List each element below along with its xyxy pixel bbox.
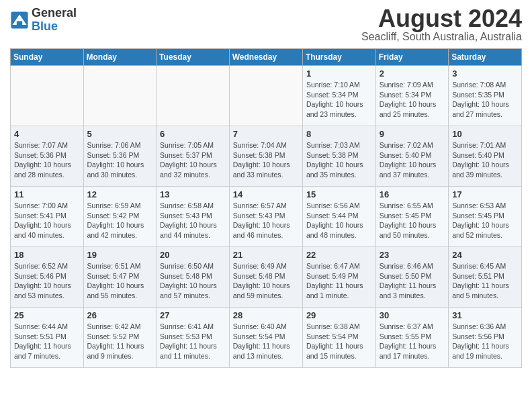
day-number: 7 [233, 129, 299, 139]
calendar-cell: 30Sunrise: 6:37 AM Sunset: 5:55 PM Dayli… [375, 308, 449, 368]
day-number: 31 [452, 310, 518, 320]
day-number: 26 [87, 310, 153, 320]
calendar-cell: 1Sunrise: 7:10 AM Sunset: 5:34 PM Daylig… [302, 66, 375, 126]
calendar-cell: 25Sunrise: 6:44 AM Sunset: 5:51 PM Dayli… [11, 308, 84, 368]
day-number: 29 [306, 310, 372, 320]
calendar-week-4: 25Sunrise: 6:44 AM Sunset: 5:51 PM Dayli… [11, 308, 522, 368]
calendar-cell: 14Sunrise: 6:57 AM Sunset: 5:43 PM Dayli… [229, 187, 302, 247]
calendar-cell: 20Sunrise: 6:50 AM Sunset: 5:48 PM Dayli… [157, 247, 230, 308]
calendar-cell: 22Sunrise: 6:47 AM Sunset: 5:49 PM Dayli… [302, 247, 375, 308]
day-info: Sunrise: 7:05 AM Sunset: 5:37 PM Dayligh… [160, 140, 226, 180]
day-number: 19 [87, 250, 153, 260]
calendar-cell: 24Sunrise: 6:45 AM Sunset: 5:51 PM Dayli… [449, 247, 522, 308]
day-number: 14 [233, 189, 299, 199]
day-number: 6 [160, 129, 226, 139]
day-info: Sunrise: 6:38 AM Sunset: 5:54 PM Dayligh… [306, 322, 372, 361]
day-info: Sunrise: 7:02 AM Sunset: 5:40 PM Dayligh… [380, 140, 445, 180]
logo-general: General [32, 7, 77, 20]
calendar-cell [229, 66, 302, 126]
calendar-cell: 21Sunrise: 6:49 AM Sunset: 5:48 PM Dayli… [229, 247, 302, 308]
day-info: Sunrise: 6:37 AM Sunset: 5:55 PM Dayligh… [380, 322, 445, 361]
page-subtitle: Seacliff, South Australia, Australia [361, 31, 522, 43]
header-friday: Friday [375, 49, 449, 66]
calendar-cell: 7Sunrise: 7:04 AM Sunset: 5:38 PM Daylig… [229, 126, 302, 187]
header-sunday: Sunday [11, 49, 84, 66]
day-number: 17 [452, 189, 518, 199]
calendar-cell: 17Sunrise: 6:53 AM Sunset: 5:45 PM Dayli… [449, 187, 522, 247]
header-monday: Monday [83, 49, 157, 66]
calendar-cell: 4Sunrise: 7:07 AM Sunset: 5:36 PM Daylig… [11, 126, 84, 187]
day-info: Sunrise: 7:01 AM Sunset: 5:40 PM Dayligh… [452, 140, 518, 180]
calendar-cell [157, 66, 230, 126]
calendar-cell: 15Sunrise: 6:56 AM Sunset: 5:44 PM Dayli… [302, 187, 375, 247]
calendar-week-3: 18Sunrise: 6:52 AM Sunset: 5:46 PM Dayli… [11, 247, 522, 308]
day-number: 20 [160, 250, 226, 260]
page-title: August 2024 [361, 7, 522, 31]
calendar-cell [11, 66, 84, 126]
day-number: 5 [87, 129, 153, 139]
day-number: 1 [306, 68, 372, 79]
day-number: 16 [380, 189, 445, 199]
day-info: Sunrise: 7:03 AM Sunset: 5:38 PM Dayligh… [306, 140, 372, 180]
calendar-cell [83, 66, 157, 126]
calendar-cell: 12Sunrise: 6:59 AM Sunset: 5:42 PM Dayli… [83, 187, 157, 247]
calendar-cell: 6Sunrise: 7:05 AM Sunset: 5:37 PM Daylig… [157, 126, 230, 187]
svg-rect-2 [17, 21, 22, 26]
day-number: 22 [306, 250, 372, 260]
calendar-cell: 23Sunrise: 6:46 AM Sunset: 5:50 PM Dayli… [375, 247, 449, 308]
calendar-cell: 26Sunrise: 6:42 AM Sunset: 5:52 PM Dayli… [83, 308, 157, 368]
day-info: Sunrise: 6:45 AM Sunset: 5:51 PM Dayligh… [452, 261, 518, 301]
header: General Blue August 2024 Seacliff, South… [10, 7, 522, 43]
calendar-cell: 3Sunrise: 7:08 AM Sunset: 5:35 PM Daylig… [449, 66, 522, 126]
day-info: Sunrise: 7:09 AM Sunset: 5:34 PM Dayligh… [380, 80, 445, 120]
calendar-cell: 9Sunrise: 7:02 AM Sunset: 5:40 PM Daylig… [375, 126, 449, 187]
calendar-cell: 19Sunrise: 6:51 AM Sunset: 5:47 PM Dayli… [83, 247, 157, 308]
day-number: 25 [14, 310, 80, 320]
day-number: 11 [14, 189, 80, 199]
header-saturday: Saturday [449, 49, 522, 66]
day-number: 3 [452, 68, 518, 79]
day-number: 10 [452, 129, 518, 139]
calendar-week-0: 1Sunrise: 7:10 AM Sunset: 5:34 PM Daylig… [11, 66, 522, 126]
day-info: Sunrise: 6:49 AM Sunset: 5:48 PM Dayligh… [233, 261, 299, 301]
day-info: Sunrise: 6:56 AM Sunset: 5:44 PM Dayligh… [306, 201, 372, 240]
calendar-cell: 11Sunrise: 7:00 AM Sunset: 5:41 PM Dayli… [11, 187, 84, 247]
calendar-week-1: 4Sunrise: 7:07 AM Sunset: 5:36 PM Daylig… [11, 126, 522, 187]
day-number: 24 [452, 250, 518, 260]
logo-blue: Blue [32, 20, 77, 34]
day-info: Sunrise: 7:07 AM Sunset: 5:36 PM Dayligh… [14, 140, 80, 180]
day-number: 4 [14, 129, 80, 139]
calendar-cell: 27Sunrise: 6:41 AM Sunset: 5:53 PM Dayli… [157, 308, 230, 368]
header-tuesday: Tuesday [157, 49, 230, 66]
calendar-cell: 8Sunrise: 7:03 AM Sunset: 5:38 PM Daylig… [302, 126, 375, 187]
day-number: 9 [380, 129, 445, 139]
calendar-cell: 18Sunrise: 6:52 AM Sunset: 5:46 PM Dayli… [11, 247, 84, 308]
day-info: Sunrise: 6:41 AM Sunset: 5:53 PM Dayligh… [160, 322, 226, 361]
day-info: Sunrise: 6:50 AM Sunset: 5:48 PM Dayligh… [160, 261, 226, 301]
day-info: Sunrise: 7:00 AM Sunset: 5:41 PM Dayligh… [14, 201, 80, 240]
header-wednesday: Wednesday [229, 49, 302, 66]
day-number: 18 [14, 250, 80, 260]
day-info: Sunrise: 6:44 AM Sunset: 5:51 PM Dayligh… [14, 322, 80, 361]
calendar-cell: 5Sunrise: 7:06 AM Sunset: 5:36 PM Daylig… [83, 126, 157, 187]
day-number: 28 [233, 310, 299, 320]
day-info: Sunrise: 6:52 AM Sunset: 5:46 PM Dayligh… [14, 261, 80, 301]
day-info: Sunrise: 6:42 AM Sunset: 5:52 PM Dayligh… [87, 322, 153, 361]
day-number: 8 [306, 129, 372, 139]
day-info: Sunrise: 6:57 AM Sunset: 5:43 PM Dayligh… [233, 201, 299, 240]
logo-icon [10, 11, 29, 30]
day-info: Sunrise: 6:46 AM Sunset: 5:50 PM Dayligh… [380, 261, 445, 301]
day-info: Sunrise: 6:51 AM Sunset: 5:47 PM Dayligh… [87, 261, 153, 301]
day-info: Sunrise: 7:08 AM Sunset: 5:35 PM Dayligh… [452, 80, 518, 120]
logo: General Blue [10, 7, 77, 34]
title-area: August 2024 Seacliff, South Australia, A… [361, 7, 522, 43]
day-info: Sunrise: 7:10 AM Sunset: 5:34 PM Dayligh… [306, 80, 372, 120]
calendar-cell: 16Sunrise: 6:55 AM Sunset: 5:45 PM Dayli… [375, 187, 449, 247]
calendar-cell: 10Sunrise: 7:01 AM Sunset: 5:40 PM Dayli… [449, 126, 522, 187]
day-info: Sunrise: 7:06 AM Sunset: 5:36 PM Dayligh… [87, 140, 153, 180]
day-info: Sunrise: 6:59 AM Sunset: 5:42 PM Dayligh… [87, 201, 153, 240]
day-number: 12 [87, 189, 153, 199]
day-info: Sunrise: 6:53 AM Sunset: 5:45 PM Dayligh… [452, 201, 518, 240]
calendar-cell: 13Sunrise: 6:58 AM Sunset: 5:43 PM Dayli… [157, 187, 230, 247]
day-number: 2 [380, 68, 445, 79]
